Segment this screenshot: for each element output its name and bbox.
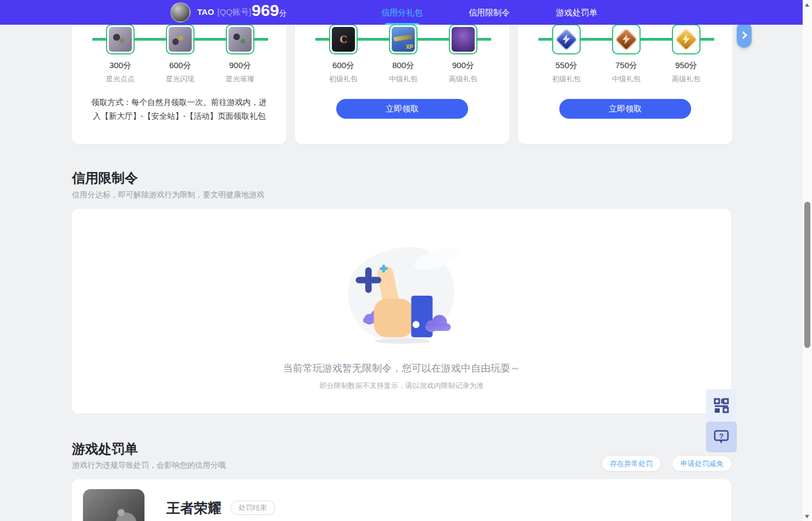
game-icon-honor-of-kings: [83, 489, 144, 521]
credit-score-unit: 分: [279, 9, 287, 18]
gift-item-icon: [166, 24, 194, 54]
svg-text:?: ?: [719, 432, 724, 440]
milestone-name: 星光点点: [106, 74, 135, 84]
qr-code-button[interactable]: [706, 389, 737, 422]
milestone: 550分 初级礼包: [538, 24, 595, 84]
xp-label: XP: [406, 44, 413, 50]
abnormal-punishment-link[interactable]: 存在异常处罚: [602, 456, 660, 471]
milestone-name: 中级礼包: [389, 74, 418, 84]
milestone-name: 初级礼包: [552, 74, 581, 84]
account-type-label: [QQ账号]: [218, 7, 252, 16]
milestone-score: 750分: [615, 60, 637, 71]
credit-score: 969分: [252, 1, 287, 20]
milestone: 300分 星光点点: [92, 24, 149, 84]
punishment-record-card[interactable]: 王者荣耀 处罚结束: [72, 479, 731, 521]
gift-item-icon: [672, 24, 700, 54]
milestone-name: 星光璀璨: [226, 74, 254, 84]
milestone-score: 600分: [169, 60, 191, 71]
thumbs-up-illustration: [343, 242, 460, 346]
avatar: [170, 2, 191, 23]
game-name: 王者荣耀: [166, 499, 221, 517]
tab-label: 信用分礼包: [381, 8, 422, 17]
milestone-score: 800分: [392, 60, 414, 71]
scroll-down-arrow-icon[interactable]: [805, 515, 809, 518]
punishment-status-badge: 处罚结束: [230, 501, 275, 515]
milestone-score: 600分: [332, 60, 354, 71]
milestone: 600分 星光闪现: [152, 24, 209, 84]
milestone: 950分 高级礼包: [658, 24, 715, 84]
xp-card-icon: XP: [392, 27, 415, 52]
milestone: 900分 高级礼包: [435, 24, 492, 84]
credit-score-value: 969: [252, 1, 279, 19]
restriction-empty-card: 当前常玩游戏暂无限制令，您可以在游戏中自由玩耍～ 部分限制数据不支持显示，请以游…: [72, 209, 731, 414]
gift-item-icon: [612, 24, 641, 54]
restriction-empty-message: 当前常玩游戏暂无限制令，您可以在游戏中自由玩耍～: [72, 362, 731, 375]
active-tab-underline: [385, 23, 419, 25]
purple-crate-icon: [452, 27, 475, 52]
tab-credit-gifts[interactable]: 信用分礼包: [381, 0, 422, 25]
milestone: C 600分 初级礼包: [315, 24, 372, 84]
restriction-empty-note: 部分限制数据不支持显示，请以游戏内限制记录为准: [72, 381, 731, 391]
milestones: C 600分 初级礼包 XP 800分 中级礼包 900分 高级礼包: [315, 24, 492, 84]
blue-badge-icon: [555, 27, 578, 52]
scrollbar-thumb[interactable]: [804, 202, 810, 348]
punishment-section-title: 游戏处罚单: [72, 440, 138, 458]
gift-item-icon: C: [329, 24, 358, 54]
milestone-score: 300分: [109, 60, 131, 71]
gift-item-icon: [552, 24, 581, 54]
scroll-up-arrow-icon[interactable]: [805, 3, 809, 7]
gift-item-icon: [449, 24, 477, 54]
claim-now-button[interactable]: 立即领取: [336, 99, 468, 119]
punishment-reduction-link[interactable]: 申请处罚减免: [672, 456, 731, 471]
milestone-score: 950分: [675, 60, 697, 71]
tab-game-punishments[interactable]: 游戏处罚单: [556, 0, 597, 25]
milestone-name: 初级礼包: [329, 74, 358, 84]
top-navbar: TAO[QQ账号] 969分 信用分礼包 信用限制令 游戏处罚单: [0, 0, 803, 25]
chevron-right-icon: [739, 31, 747, 39]
claim-instructions-line2: 入【新大厅】-【安全站】-【活动】页面领取礼包: [86, 109, 272, 123]
weapon-skin-icon: [169, 27, 192, 52]
bronze-badge-icon: [615, 27, 638, 52]
claim-now-button[interactable]: 立即领取: [559, 99, 691, 119]
punishment-section-subtitle: 游戏行为违规导致处罚，会影响您的信用分哦: [72, 461, 226, 470]
milestone: XP 800分 中级礼包: [375, 24, 432, 84]
milestones: 550分 初级礼包 750分 中级礼包 950分 高级礼包: [538, 24, 715, 84]
coin-letter: C: [340, 34, 347, 46]
milestones: 300分 星光点点 600分 星光闪现 900分 星光璀璨: [92, 24, 269, 84]
milestone-name: 高级礼包: [672, 74, 700, 84]
milestone-name: 高级礼包: [449, 74, 477, 84]
gift-item-icon: [106, 24, 135, 54]
tab-label: 游戏处罚单: [556, 8, 597, 17]
help-button[interactable]: ?: [706, 422, 737, 452]
restriction-section-subtitle: 信用分达标，即可解除游戏行为限制，要文明健康地游戏: [72, 190, 264, 200]
milestone-name: 中级礼包: [612, 74, 641, 84]
milestone-score: 900分: [452, 60, 474, 71]
next-cards-button[interactable]: [737, 22, 752, 48]
milestone-name: 星光闪现: [166, 74, 194, 84]
milestone: 900分 星光璀璨: [212, 24, 269, 84]
gift-item-icon: XP: [389, 24, 418, 54]
gold-coin-icon: C: [332, 27, 355, 52]
gold-badge-icon: [675, 27, 698, 52]
restriction-section-title: 信用限制令: [72, 169, 138, 187]
user-name: TAO: [197, 7, 214, 16]
qr-code-icon: [714, 398, 729, 413]
help-bubble-icon: ?: [713, 429, 730, 445]
military-gear-icon: [109, 27, 132, 52]
tab-credit-restrictions[interactable]: 信用限制令: [469, 0, 510, 25]
gift-item-icon: [226, 24, 254, 54]
claim-instructions-line1: 领取方式：每个自然月领取一次。前往游戏内，进: [86, 96, 272, 109]
user-line: TAO[QQ账号]: [197, 7, 251, 18]
scrollbar[interactable]: [803, 0, 812, 521]
tab-label: 信用限制令: [469, 8, 510, 17]
nav-tabs: 信用分礼包 信用限制令 游戏处罚单: [381, 0, 597, 25]
claim-instructions: 领取方式：每个自然月领取一次。前往游戏内，进 入【新大厅】-【安全站】-【活动】…: [86, 96, 272, 123]
milestone-score: 900分: [229, 60, 251, 71]
weapon-gear-icon: [229, 27, 252, 52]
milestone-score: 550分: [555, 60, 577, 71]
milestone: 750分 中级礼包: [598, 24, 655, 84]
